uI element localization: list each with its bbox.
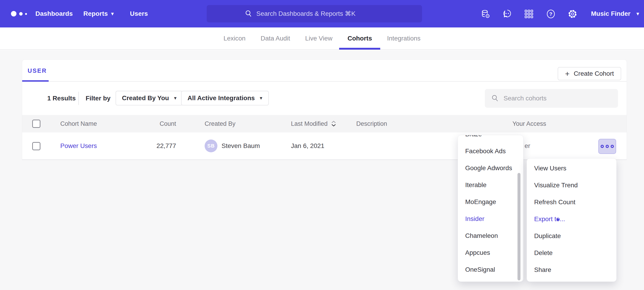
- divider: [78, 92, 79, 105]
- cohort-count: 22,777: [128, 132, 176, 160]
- menu-item-facebook-ads[interactable]: Facebook Ads: [458, 143, 523, 160]
- table-row: Power Users 22,777 SB Steven Baum Jan 6,…: [22, 132, 627, 160]
- chevron-down-icon: ▾: [636, 11, 639, 17]
- section-tabs: Lexicon Data Audit Live View Cohorts Int…: [0, 28, 644, 50]
- integrations-filter-dropdown[interactable]: All Active Integrations ▾: [181, 91, 269, 105]
- menu-item-google-adwords[interactable]: Google Adwords: [458, 160, 523, 177]
- menu-item-share[interactable]: Share: [527, 261, 616, 278]
- column-last-modified[interactable]: Last Modified: [291, 115, 336, 132]
- help-icon[interactable]: ?: [546, 9, 556, 19]
- filter-bar: 1 Results Filter by Created By You ▾ All…: [22, 82, 627, 115]
- created-by-filter-dropdown[interactable]: Created By You ▾: [116, 91, 183, 105]
- cohorts-card: USER + Create Cohort 1 Results Filter by…: [22, 59, 627, 160]
- top-navigation-bar: Dashboards Reports ▾ Users: [0, 0, 644, 28]
- column-your-access: Your Access: [512, 115, 546, 132]
- cohort-name-link[interactable]: Power Users: [60, 142, 97, 150]
- plus-icon: +: [565, 70, 570, 78]
- tab-integrations[interactable]: Integrations: [387, 27, 420, 50]
- cohort-search-input[interactable]: [504, 95, 604, 102]
- menu-item-view-users[interactable]: View Users: [527, 160, 616, 177]
- last-modified-cell: Jan 6, 2021: [291, 132, 324, 160]
- menu-item-iterable[interactable]: Iterable: [458, 177, 523, 194]
- select-all-checkbox[interactable]: [32, 120, 40, 128]
- project-switcher[interactable]: Music Finder ▾: [591, 0, 639, 28]
- settings-gear-icon[interactable]: [567, 9, 578, 19]
- menu-item-delete[interactable]: Delete: [527, 244, 616, 261]
- search-icon: [491, 94, 499, 102]
- menu-item-appcues[interactable]: Appcues: [458, 244, 523, 261]
- column-count: Count: [128, 115, 176, 132]
- chevron-down-icon: ▾: [111, 11, 114, 17]
- sort-chevrons-icon: [331, 120, 336, 127]
- svg-text:?: ?: [549, 11, 552, 17]
- menu-item-duplicate[interactable]: Duplicate: [527, 228, 616, 244]
- chevron-down-icon: ▾: [174, 95, 176, 101]
- more-dots-icon: [600, 145, 604, 148]
- active-tab-underline: [339, 48, 380, 50]
- global-search-input[interactable]: [256, 10, 384, 17]
- avatar: SB: [204, 139, 218, 152]
- data-settings-icon[interactable]: [480, 9, 491, 19]
- column-created-by: Created By: [204, 115, 236, 132]
- tab-user[interactable]: USER: [28, 60, 47, 82]
- menu-item-refresh-count[interactable]: Refresh Count: [527, 194, 616, 211]
- submenu-arrow-icon: ▸: [557, 216, 560, 223]
- menu-item-moengage[interactable]: MoEngage: [458, 194, 523, 210]
- menu-item-chameleon[interactable]: Chameleon: [458, 227, 523, 244]
- created-by-name: Steven Baum: [222, 142, 260, 150]
- row-actions-button[interactable]: [598, 139, 616, 154]
- row-actions-menu: View Users Visualize Trend Refresh Count…: [526, 158, 616, 282]
- filter-by-label: Filter by: [86, 82, 110, 115]
- menu-item-insider[interactable]: Insider: [458, 210, 523, 227]
- row-checkbox[interactable]: [32, 142, 40, 150]
- nav-reports[interactable]: Reports ▾: [83, 0, 114, 28]
- nav-users[interactable]: Users: [130, 0, 148, 28]
- cohort-search[interactable]: [485, 89, 618, 108]
- menu-item-braze[interactable]: Braze: [458, 135, 523, 143]
- tab-lexicon[interactable]: Lexicon: [224, 27, 246, 50]
- tab-cohorts[interactable]: Cohorts: [348, 27, 372, 50]
- menu-scrollbar[interactable]: [518, 173, 520, 280]
- search-icon: [244, 10, 253, 18]
- menu-item-visualize-trend[interactable]: Visualize Trend: [527, 177, 616, 194]
- your-access-value: er: [524, 132, 530, 160]
- table-header-row: Cohort Name Count Created By Last Modifi…: [22, 115, 627, 132]
- cohorts-page: Dashboards Reports ▾ Users: [0, 0, 644, 290]
- mixpanel-logo-icon[interactable]: [11, 9, 32, 19]
- create-cohort-button[interactable]: + Create Cohort: [558, 67, 621, 80]
- chevron-down-icon: ▾: [260, 95, 262, 101]
- global-search[interactable]: [207, 5, 422, 22]
- apps-grid-icon[interactable]: [524, 9, 534, 19]
- menu-item-onesignal[interactable]: OneSignal: [458, 261, 523, 278]
- column-description: Description: [356, 115, 387, 132]
- feedback-icon[interactable]: [502, 9, 512, 19]
- column-cohort-name: Cohort Name: [60, 115, 97, 132]
- results-count: 1 Results: [47, 82, 76, 115]
- export-targets-menu: Braze Facebook Ads Google Adwords Iterab…: [458, 135, 524, 282]
- tab-data-audit[interactable]: Data Audit: [260, 27, 290, 50]
- nav-dashboards[interactable]: Dashboards: [36, 0, 73, 28]
- card-header: USER + Create Cohort: [22, 60, 627, 82]
- menu-item-export-to[interactable]: Export to... ▸: [527, 211, 616, 228]
- tab-live-view[interactable]: Live View: [305, 27, 332, 50]
- created-by-cell: SB Steven Baum: [204, 132, 260, 160]
